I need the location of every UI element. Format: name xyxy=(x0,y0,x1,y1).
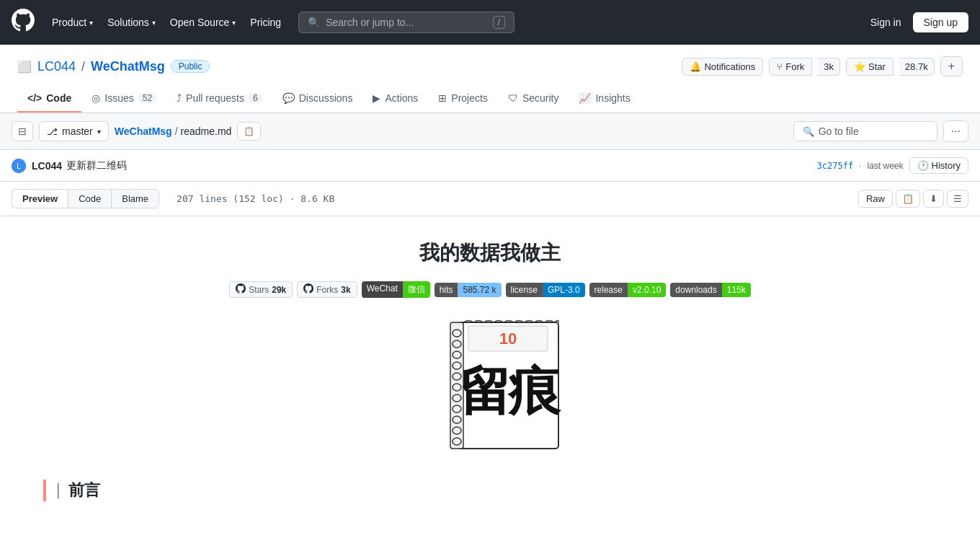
file-bar: ⊟ ⎇ master ▾ WeChatMsg / readme.md 📋 🔍 G… xyxy=(0,113,980,150)
tab-issues[interactable]: ◎ Issues 52 xyxy=(81,85,166,113)
actions-icon: ▶ xyxy=(373,92,380,104)
readme-content: 我的数据我做主 Stars 29k Forks 3k WeChat 微信 hit… xyxy=(0,216,980,524)
nav-pricing[interactable]: Pricing xyxy=(244,12,287,32)
sidebar-toggle-button[interactable]: ⊟ xyxy=(12,121,33,141)
fork-count-button[interactable]: 3k xyxy=(818,58,840,76)
bell-icon: 🔔 xyxy=(690,61,701,72)
nav-product[interactable]: Product ▾ xyxy=(46,12,99,32)
forks-value: 3k xyxy=(341,285,350,295)
breadcrumb-file: readme.md xyxy=(181,125,232,137)
history-button[interactable]: 🕐 History xyxy=(909,157,968,174)
commit-hash[interactable]: 3c275ff xyxy=(817,161,854,171)
repo-owner-link[interactable]: LC044 xyxy=(37,59,76,74)
star-button[interactable]: ⭐ Star xyxy=(846,58,894,76)
commit-time: · xyxy=(859,161,861,171)
commit-avatar: L xyxy=(12,159,26,173)
search-bar[interactable]: 🔍 Search or jump to... / xyxy=(298,12,514,33)
branch-selector[interactable]: ⎇ master ▾ xyxy=(39,121,109,141)
tab-security[interactable]: 🛡 Security xyxy=(498,85,569,113)
projects-icon: ⊞ xyxy=(438,92,447,104)
signup-button[interactable]: Sign up xyxy=(913,12,968,32)
main-nav: Product ▾ Solutions ▾ Open Source ▾ Pric… xyxy=(46,12,287,32)
readme-title: 我的数据我做主 xyxy=(43,239,937,267)
header: Product ▾ Solutions ▾ Open Source ▾ Pric… xyxy=(0,0,980,45)
notifications-button[interactable]: 🔔 Notifications xyxy=(682,58,763,76)
star-count-button[interactable]: 28.7k xyxy=(899,58,935,76)
svg-text:留痕: 留痕 xyxy=(459,363,562,420)
copy-content-button[interactable]: 📋 xyxy=(896,190,920,208)
wechat-badge[interactable]: WeChat 微信 xyxy=(362,281,430,298)
repo-path-separator: / xyxy=(81,59,85,74)
commit-meta: 3c275ff · last week 🕐 History xyxy=(817,157,968,174)
code-icon: </> xyxy=(27,92,42,104)
fork-icon: ⑂ xyxy=(777,61,783,72)
hits-label: hits xyxy=(435,283,458,297)
repo-title-row: ⬜ LC044 / WeChatMsg Public 🔔 Notificatio… xyxy=(17,56,963,76)
release-value: v2.0.10 xyxy=(628,283,666,297)
branch-icon: ⎇ xyxy=(47,126,58,137)
forks-badge[interactable]: Forks 3k xyxy=(297,281,357,298)
discuss-icon: 💬 xyxy=(282,92,295,104)
hits-badge[interactable]: hits 585.72 k xyxy=(435,283,502,297)
nav-solutions[interactable]: Solutions ▾ xyxy=(102,12,161,32)
fork-logo-icon xyxy=(303,283,313,296)
commit-message: 更新群二维码 xyxy=(66,159,127,172)
notebook-image: 10 留痕 xyxy=(418,315,562,459)
fork-button[interactable]: ⑂ Fork xyxy=(769,58,812,76)
list-view-button[interactable]: ☰ xyxy=(947,190,968,208)
breadcrumb: WeChatMsg / readme.md xyxy=(115,125,232,137)
blame-tab[interactable]: Blame xyxy=(111,189,159,208)
release-badge[interactable]: release v2.0.10 xyxy=(589,283,667,297)
tab-code[interactable]: </> Code xyxy=(17,85,81,113)
header-actions: Sign in Sign up xyxy=(865,12,968,32)
tab-actions[interactable]: ▶ Actions xyxy=(362,85,428,113)
tab-discussions[interactable]: 💬 Discussions xyxy=(272,85,363,113)
raw-button[interactable]: Raw xyxy=(858,190,893,208)
chevron-down-icon: ▾ xyxy=(232,19,236,27)
search-icon: 🔍 xyxy=(803,126,814,137)
stars-badge[interactable]: Stars 29k xyxy=(229,281,293,298)
repo-visibility-badge: Public xyxy=(171,60,210,73)
chevron-down-icon: ▾ xyxy=(89,19,93,27)
code-tab[interactable]: Code xyxy=(68,189,111,208)
repo-type-icon: ⬜ xyxy=(17,60,32,74)
downloads-badge[interactable]: downloads 115k xyxy=(670,283,750,297)
add-button[interactable]: + xyxy=(940,56,963,76)
preview-tab[interactable]: Preview xyxy=(12,189,68,208)
section-title: │ 前言 xyxy=(43,480,937,501)
tab-projects[interactable]: ⊞ Projects xyxy=(428,85,498,113)
branch-name: master xyxy=(62,125,93,137)
download-button[interactable]: ⬇ xyxy=(923,190,944,208)
repo-name-link[interactable]: WeChatMsg xyxy=(91,59,165,74)
commit-user[interactable]: LC044 xyxy=(32,160,62,172)
more-options-button[interactable]: ··· xyxy=(943,120,968,142)
github-logo[interactable] xyxy=(12,9,35,37)
security-icon: 🛡 xyxy=(508,92,518,104)
insights-icon: 📈 xyxy=(579,92,591,104)
pr-count-badge: 6 xyxy=(249,93,262,103)
issue-icon: ◎ xyxy=(92,92,100,104)
tab-insights[interactable]: 📈 Insights xyxy=(569,85,640,113)
signin-button[interactable]: Sign in xyxy=(865,14,907,31)
stars-label: Stars xyxy=(249,285,269,295)
github-logo-icon xyxy=(236,283,246,296)
repo-action-buttons: 🔔 Notifications ⑂ Fork 3k ⭐ Star 28.7k + xyxy=(682,56,963,76)
copy-path-button[interactable]: 📋 xyxy=(237,122,261,141)
svg-text:10: 10 xyxy=(499,330,517,348)
release-label: release xyxy=(589,283,628,297)
nav-opensource[interactable]: Open Source ▾ xyxy=(164,12,242,32)
search-shortcut: / xyxy=(493,16,505,29)
license-value: GPL-3.0 xyxy=(543,283,585,297)
hits-value: 585.72 k xyxy=(458,283,501,297)
tab-pullrequests[interactable]: ⤴ Pull requests 6 xyxy=(166,85,272,113)
file-search[interactable]: 🔍 Go to file xyxy=(793,121,937,141)
commit-bar: L LC044 更新群二维码 3c275ff · last week 🕐 His… xyxy=(0,150,980,182)
issues-count-badge: 52 xyxy=(138,93,156,103)
license-badge[interactable]: license GPL-3.0 xyxy=(506,283,585,297)
history-icon: 🕐 xyxy=(917,160,929,171)
breadcrumb-repo-link[interactable]: WeChatMsg xyxy=(115,125,172,137)
license-label: license xyxy=(506,283,543,297)
wechat-label: WeChat xyxy=(362,281,403,298)
file-meta: 207 lines (152 loc) · 8.6 KB xyxy=(177,193,334,204)
go-to-file-label: Go to file xyxy=(819,125,859,137)
